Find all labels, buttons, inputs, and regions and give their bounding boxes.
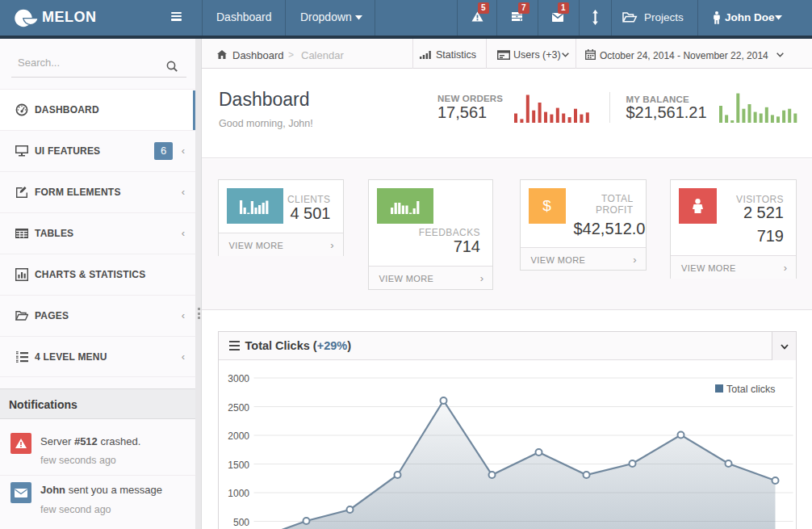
svg-text:Total clicks: Total clicks [726,384,775,395]
svg-text:2000: 2000 [228,430,249,442]
svg-text:3000: 3000 [228,373,249,384]
svg-text:1500: 1500 [228,460,249,471]
svg-text:2500: 2500 [228,402,249,414]
svg-text:500: 500 [232,517,249,528]
svg-text:1000: 1000 [228,488,249,499]
